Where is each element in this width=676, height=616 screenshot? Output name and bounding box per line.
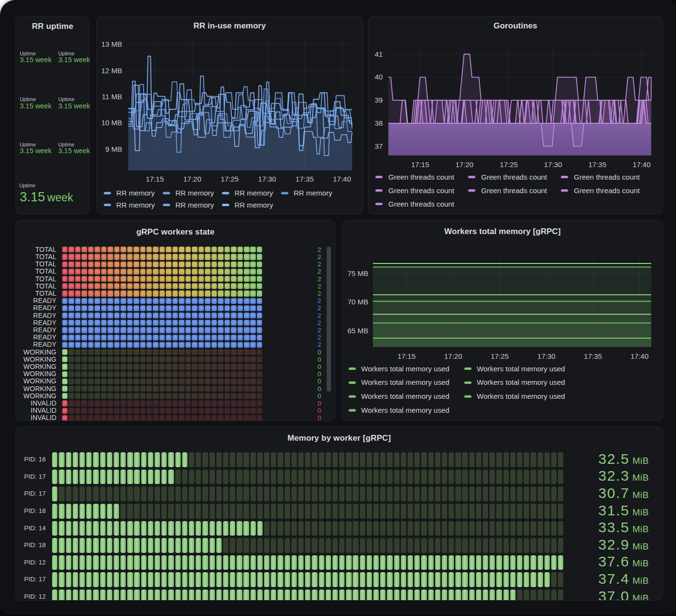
svg-text:Green threads count: Green threads count [574,173,640,181]
svg-text:17:25: 17:25 [500,160,518,169]
svg-text:17:20: 17:20 [455,160,474,169]
svg-text:Workers total memory used: Workers total memory used [477,392,565,400]
svg-text:17:25: 17:25 [221,175,239,183]
svg-text:17:40: 17:40 [631,352,649,360]
svg-text:RR memory: RR memory [175,201,214,209]
svg-text:17:30: 17:30 [544,160,562,169]
svg-text:Green threads count: Green threads count [388,186,455,195]
svg-text:17:40: 17:40 [333,175,351,183]
svg-text:17:20: 17:20 [444,352,463,360]
svg-text:Workers total memory [gRPC]: Workers total memory [gRPC] [444,227,561,236]
svg-text:65 MB: 65 MB [347,327,368,335]
svg-text:Workers total memory used: Workers total memory used [361,392,450,400]
svg-text:13 MB: 13 MB [101,40,122,48]
svg-text:17:15: 17:15 [146,175,164,183]
svg-text:Goroutines: Goroutines [493,21,537,30]
svg-text:Workers total memory used: Workers total memory used [361,365,450,373]
svg-text:17:15: 17:15 [411,160,429,169]
svg-text:Workers total memory used: Workers total memory used [361,378,450,386]
svg-text:Green threads count: Green threads count [388,200,455,208]
svg-text:41: 41 [375,50,383,58]
svg-text:RR memory: RR memory [116,201,155,209]
svg-text:9 MB: 9 MB [105,145,122,153]
svg-text:RR memory: RR memory [175,189,214,197]
svg-text:RR memory: RR memory [235,189,274,197]
svg-text:Green threads count: Green threads count [481,173,548,181]
svg-text:38: 38 [375,119,383,127]
svg-text:Workers total memory used: Workers total memory used [477,365,565,373]
svg-text:17:15: 17:15 [398,352,416,360]
svg-text:17:30: 17:30 [258,175,277,183]
svg-text:40: 40 [375,73,383,81]
svg-text:RR memory: RR memory [235,201,274,209]
svg-text:17:30: 17:30 [537,352,556,360]
svg-text:70 MB: 70 MB [347,298,368,306]
svg-text:RR in-use memory: RR in-use memory [193,21,266,30]
svg-text:17:35: 17:35 [588,160,607,169]
svg-text:10 MB: 10 MB [101,118,122,127]
svg-text:RR memory: RR memory [116,189,155,197]
svg-text:17:25: 17:25 [490,352,509,360]
svg-text:RR memory: RR memory [293,189,332,197]
svg-text:Workers total memory used: Workers total memory used [361,406,450,414]
svg-text:Green threads count: Green threads count [574,186,640,195]
svg-text:17:40: 17:40 [633,160,651,169]
svg-text:17:20: 17:20 [183,175,201,183]
svg-text:39: 39 [375,96,383,104]
svg-text:Green threads count: Green threads count [481,186,548,195]
svg-text:37: 37 [375,142,383,150]
svg-text:12 MB: 12 MB [101,66,122,75]
svg-text:Green threads count: Green threads count [388,173,455,181]
svg-text:17:35: 17:35 [584,352,602,360]
svg-text:Workers total memory used: Workers total memory used [477,378,565,386]
svg-text:17:35: 17:35 [295,175,314,183]
svg-text:75 MB: 75 MB [347,269,368,277]
svg-text:11 MB: 11 MB [102,92,122,101]
